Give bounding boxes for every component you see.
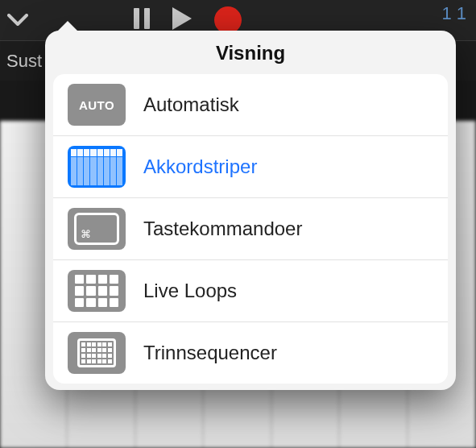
sustain-label: Sust — [6, 51, 42, 72]
view-option-keycommands[interactable]: ⌘ Tastekommandoer — [53, 198, 448, 260]
view-option-label: Trinnsequencer — [143, 342, 277, 364]
key-commands-icon: ⌘ — [68, 208, 126, 250]
view-option-chordstrips[interactable]: Akkordstriper — [53, 136, 448, 198]
view-option-liveloops[interactable]: Live Loops — [53, 260, 448, 322]
auto-icon: AUTO — [68, 84, 126, 126]
counter-value: 1 1 — [441, 3, 466, 23]
live-loops-icon — [68, 270, 126, 312]
popover-title: Visning — [45, 31, 456, 74]
record-button-icon[interactable] — [214, 6, 242, 34]
chevron-down-icon[interactable] — [6, 9, 29, 31]
svg-rect-0 — [134, 8, 139, 29]
chord-strips-icon — [68, 146, 126, 188]
view-option-label: Live Loops — [143, 280, 237, 302]
pause-icon[interactable] — [134, 8, 150, 32]
play-icon[interactable] — [172, 7, 192, 33]
view-option-stepseq[interactable]: Trinnsequencer — [53, 322, 448, 384]
view-option-label: Tastekommandoer — [143, 218, 302, 240]
view-option-list: AUTO Automatisk Akkordstriper ⌘ Tastekom… — [53, 74, 448, 384]
view-option-label: Automatisk — [143, 93, 239, 116]
step-sequencer-icon — [68, 332, 126, 374]
view-popover: Visning AUTO Automatisk Akkordstriper ⌘ … — [45, 31, 456, 390]
svg-marker-2 — [172, 7, 192, 30]
view-option-auto[interactable]: AUTO Automatisk — [53, 74, 448, 136]
view-option-label: Akkordstriper — [143, 156, 257, 178]
svg-rect-1 — [144, 8, 150, 29]
position-counter: 1 1 — [441, 5, 466, 23]
